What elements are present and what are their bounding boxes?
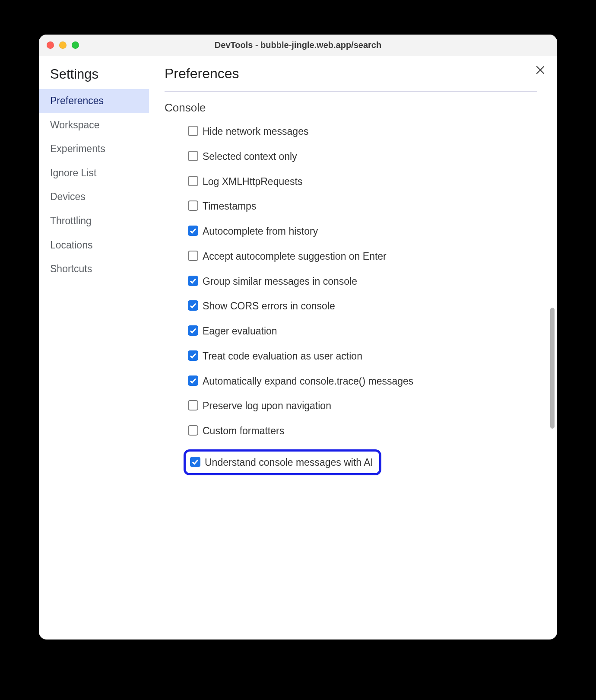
sidebar-item-experiments[interactable]: Experiments	[39, 137, 149, 161]
traffic-lights	[47, 41, 79, 49]
option-show-cors-errors-in-console: Show CORS errors in console	[188, 299, 537, 312]
option-label[interactable]: Treat code evaluation as user action	[203, 350, 537, 363]
checkbox[interactable]	[188, 325, 198, 336]
option-group-similar-messages-in-console: Group similar messages in console	[188, 275, 537, 288]
checkbox[interactable]	[188, 176, 198, 186]
option-autocomplete-from-history: Autocomplete from history	[188, 225, 537, 238]
checkbox[interactable]	[188, 151, 198, 161]
option-label[interactable]: Automatically expand console.trace() mes…	[203, 375, 537, 388]
checkbox[interactable]	[188, 226, 198, 236]
option-hide-network-messages: Hide network messages	[188, 125, 537, 138]
option-treat-code-evaluation-as-user-action: Treat code evaluation as user action	[188, 350, 537, 363]
option-selected-context-only: Selected context only	[188, 150, 537, 163]
sidebar-item-label: Experiments	[50, 143, 105, 154]
option-label[interactable]: Understand console messages with AI	[205, 456, 373, 469]
preferences-panel: Preferences Console Hide network message…	[149, 56, 557, 640]
checkbox[interactable]	[188, 400, 198, 410]
option-label[interactable]: Hide network messages	[203, 125, 537, 138]
checkbox[interactable]	[188, 350, 198, 361]
sidebar-item-label: Shortcuts	[50, 263, 92, 274]
close-icon[interactable]	[536, 64, 545, 77]
option-label[interactable]: Preserve log upon navigation	[203, 399, 537, 412]
settings-content: Settings PreferencesWorkspaceExperiments…	[39, 56, 557, 640]
option-log-xmlhttprequests: Log XMLHttpRequests	[188, 175, 537, 188]
preferences-scroll-area[interactable]: Console Hide network messagesSelected co…	[165, 92, 557, 640]
sidebar-item-label: Preferences	[50, 95, 104, 106]
sidebar-item-label: Devices	[50, 191, 86, 202]
option-label[interactable]: Selected context only	[203, 150, 537, 163]
sidebar-title: Settings	[39, 64, 149, 89]
option-accept-autocomplete-suggestion-on-enter: Accept autocomplete suggestion on Enter	[188, 250, 537, 263]
checkbox[interactable]	[188, 276, 198, 286]
checkbox[interactable]	[188, 200, 198, 211]
option-preserve-log-upon-navigation: Preserve log upon navigation	[188, 399, 537, 412]
sidebar-item-label: Workspace	[50, 119, 100, 130]
sidebar-item-ignore-list[interactable]: Ignore List	[39, 161, 149, 185]
window-titlebar: DevTools - bubble-jingle.web.app/search	[39, 35, 557, 56]
checkbox[interactable]	[188, 300, 198, 311]
minimize-window-button[interactable]	[59, 41, 67, 49]
option-custom-formatters: Custom formatters	[188, 424, 537, 437]
option-automatically-expand-console-trace-messages: Automatically expand console.trace() mes…	[188, 375, 537, 388]
option-timestamps: Timestamps	[188, 200, 537, 213]
sidebar-item-label: Locations	[50, 239, 92, 251]
sidebar-item-preferences[interactable]: Preferences	[39, 89, 149, 113]
section-console-title: Console	[165, 101, 537, 115]
option-label[interactable]: Custom formatters	[203, 424, 537, 437]
option-label[interactable]: Group similar messages in console	[203, 275, 537, 288]
sidebar-item-workspace[interactable]: Workspace	[39, 113, 149, 137]
checkbox[interactable]	[188, 425, 198, 436]
sidebar-item-devices[interactable]: Devices	[39, 185, 149, 209]
highlighted-option: Understand console messages with AI	[184, 449, 381, 475]
option-label[interactable]: Accept autocomplete suggestion on Enter	[203, 250, 537, 263]
scrollbar-thumb[interactable]	[550, 308, 555, 429]
option-understand-console-messages-with-ai: Understand console messages with AI	[190, 456, 373, 469]
devtools-settings-window: DevTools - bubble-jingle.web.app/search …	[39, 35, 557, 640]
option-label[interactable]: Show CORS errors in console	[203, 299, 537, 312]
option-label[interactable]: Eager evaluation	[203, 325, 537, 337]
option-label[interactable]: Autocomplete from history	[203, 225, 537, 238]
checkbox[interactable]	[190, 457, 200, 467]
sidebar-item-locations[interactable]: Locations	[39, 233, 149, 258]
settings-sidebar: Settings PreferencesWorkspaceExperiments…	[39, 56, 149, 640]
sidebar-item-throttling[interactable]: Throttling	[39, 209, 149, 233]
option-label[interactable]: Log XMLHttpRequests	[203, 175, 537, 188]
checkbox[interactable]	[188, 251, 198, 261]
page-title: Preferences	[165, 66, 537, 92]
sidebar-item-label: Throttling	[50, 215, 92, 226]
close-window-button[interactable]	[47, 41, 54, 49]
sidebar-item-shortcuts[interactable]: Shortcuts	[39, 257, 149, 281]
checkbox[interactable]	[188, 375, 198, 386]
zoom-window-button[interactable]	[72, 41, 79, 49]
window-title: DevTools - bubble-jingle.web.app/search	[39, 40, 557, 50]
checkbox[interactable]	[188, 126, 198, 136]
option-label[interactable]: Timestamps	[203, 200, 537, 213]
option-eager-evaluation: Eager evaluation	[188, 325, 537, 337]
sidebar-item-label: Ignore List	[50, 167, 96, 178]
